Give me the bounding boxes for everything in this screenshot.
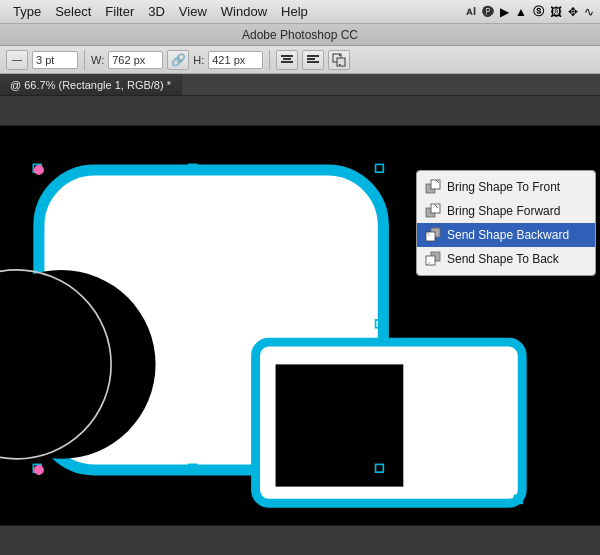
menu-3d[interactable]: 3D [141, 2, 172, 21]
stroke-input[interactable] [32, 51, 78, 69]
svg-point-22 [34, 466, 43, 475]
dropbox-icon: ▶ [500, 5, 509, 19]
drive-icon: ▲ [515, 5, 527, 19]
canvas-area: Bring Shape To Front Bring Shape Forward [0, 96, 600, 555]
send-backward-label: Send Shape Backward [447, 228, 569, 242]
menu-window[interactable]: Window [214, 2, 274, 21]
send-to-back-item[interactable]: Send Shape To Back [417, 247, 595, 271]
tab-label: @ 66.7% (Rectangle 1, RGB/8) * [10, 79, 171, 91]
canvas-tab[interactable]: @ 66.7% (Rectangle 1, RGB/8) * [0, 74, 182, 95]
app-title: Adobe Photoshop CC [242, 28, 358, 42]
send-to-back-label: Send Shape To Back [447, 252, 559, 266]
wifi-icon: ∿ [584, 5, 594, 19]
tab-bar: @ 66.7% (Rectangle 1, RGB/8) * [0, 74, 600, 96]
bring-forward-item[interactable]: Bring Shape Forward [417, 199, 595, 223]
height-input[interactable] [208, 51, 263, 69]
title-bar: Adobe Photoshop CC [0, 24, 600, 46]
svg-rect-0 [281, 55, 293, 57]
svg-rect-25 [431, 180, 440, 189]
menu-view[interactable]: View [172, 2, 214, 21]
ai-icon: ᴀI [466, 5, 476, 18]
bring-to-front-label: Bring Shape To Front [447, 180, 560, 194]
svg-point-23 [34, 166, 43, 175]
svg-rect-13 [276, 364, 404, 486]
svg-rect-1 [283, 58, 291, 60]
svg-rect-3 [307, 55, 319, 57]
bring-to-front-item[interactable]: Bring Shape To Front [417, 175, 595, 199]
stroke-icon: — [12, 54, 22, 65]
align-btn-2[interactable] [302, 50, 324, 70]
send-backward-icon [425, 227, 441, 243]
bring-forward-label: Bring Shape Forward [447, 204, 560, 218]
move-icon: ✥ [568, 5, 578, 19]
svg-rect-5 [307, 61, 319, 63]
monitor-icon: 🖼 [550, 5, 562, 19]
align-icon-2 [306, 53, 320, 67]
link-btn[interactable]: 🔗 [167, 50, 189, 70]
menu-right-icons: ᴀI 🅟 ▶ ▲ ⓢ 🖼 ✥ ∿ [466, 4, 594, 19]
cc-icon: ⓢ [533, 4, 544, 19]
arrange-btn[interactable] [328, 50, 350, 70]
svg-rect-2 [281, 61, 293, 63]
width-input[interactable] [108, 51, 163, 69]
menu-select[interactable]: Select [48, 2, 98, 21]
menu-filter[interactable]: Filter [98, 2, 141, 21]
menu-type[interactable]: Type [6, 2, 48, 21]
divider-2 [269, 50, 270, 70]
svg-rect-31 [426, 256, 435, 265]
send-to-back-icon [425, 251, 441, 267]
menu-bar: Type Select Filter 3D View Window Help ᴀ… [0, 0, 600, 24]
height-label: H: [193, 54, 204, 66]
menu-help[interactable]: Help [274, 2, 315, 21]
bring-forward-icon [425, 203, 441, 219]
svg-rect-7 [337, 58, 345, 66]
svg-rect-4 [307, 58, 315, 60]
width-label: W: [91, 54, 104, 66]
align-icon-1 [280, 53, 294, 67]
arrange-dropdown-menu: Bring Shape To Front Bring Shape Forward [416, 170, 596, 276]
arrange-icon [332, 53, 346, 67]
canvas-svg [0, 96, 600, 555]
align-btn-1[interactable] [276, 50, 298, 70]
options-bar: — W: 🔗 H: [0, 46, 600, 74]
divider-1 [84, 50, 85, 70]
bring-to-front-icon [425, 179, 441, 195]
stroke-dropdown[interactable]: — [6, 50, 28, 70]
send-backward-item[interactable]: Send Shape Backward [417, 223, 595, 247]
ps-logo: 🅟 [482, 5, 494, 19]
